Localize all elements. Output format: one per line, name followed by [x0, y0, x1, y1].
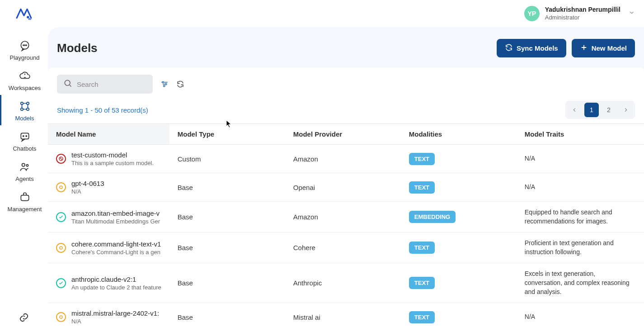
svg-point-18 [165, 83, 167, 85]
svg-point-8 [20, 108, 23, 110]
link-icon[interactable] [18, 312, 30, 323]
nodes-icon [19, 100, 31, 112]
chevron-down-icon [629, 9, 635, 18]
model-type: Base [169, 303, 285, 327]
model-traits: Excels in text generation, conversation,… [525, 270, 633, 296]
user-menu[interactable]: YP Yadukrishnan Perumpillil Administrato… [524, 6, 635, 21]
status-icon [56, 243, 66, 253]
sidebar-item-workspaces[interactable]: Workspaces [0, 65, 48, 95]
user-name: Yadukrishnan Perumpillil [545, 6, 620, 14]
status-icon [56, 182, 66, 192]
search-input[interactable] [77, 81, 146, 88]
modality-chip: TEXT [409, 153, 435, 165]
page-title: Models [57, 41, 98, 55]
model-type: Base [169, 202, 285, 232]
table-row[interactable]: mistral.mistral-large-2402-v1: N/A Base … [48, 303, 644, 327]
modality-chip: TEXT [409, 277, 435, 289]
svg-point-5 [26, 45, 27, 46]
avatar: YP [524, 6, 540, 21]
svg-point-21 [60, 186, 62, 189]
new-model-button[interactable]: New Model [572, 39, 635, 57]
chat-icon [19, 40, 31, 52]
sidebar-item-label: Management [8, 206, 42, 213]
filter-icon[interactable] [160, 80, 169, 89]
model-desc: An update to Claude 2 that feature [71, 284, 161, 291]
sidebar-item-models[interactable]: Models [0, 95, 48, 125]
svg-point-23 [60, 316, 62, 318]
model-provider: Amazon [285, 202, 401, 232]
search-icon [63, 79, 72, 90]
modality-chip: TEXT [409, 181, 435, 194]
col-modalities[interactable]: Modalities [401, 124, 517, 145]
model-name: mistral.mistral-large-2402-v1: [71, 309, 159, 317]
svg-rect-10 [21, 133, 28, 139]
modality-chip: EMBEDDING [409, 211, 456, 223]
svg-point-12 [26, 136, 27, 137]
modality-chip: TEXT [409, 311, 435, 323]
sync-models-button[interactable]: Sync Models [497, 39, 566, 57]
sidebar-item-label: Workspaces [9, 85, 41, 91]
sidebar-item-chatbots[interactable]: Chatbots [0, 125, 48, 156]
model-provider: Cohere [285, 232, 401, 263]
page-prev-button[interactable] [567, 103, 582, 117]
bag-icon [19, 191, 31, 203]
sidebar: ai Playground Workspaces Models Chatbots [0, 0, 48, 327]
models-table: Model Name Model Type Model Provider Mod… [48, 123, 644, 327]
page-1-button[interactable]: 1 [584, 103, 599, 117]
model-desc: Cohere's Command-Light is a gen [71, 249, 161, 256]
model-type: Custom [169, 145, 285, 173]
topbar: YP Yadukrishnan Perumpillil Administrato… [48, 0, 644, 27]
svg-point-22 [60, 246, 62, 249]
page-next-button[interactable] [619, 103, 633, 117]
model-name: test-custom-model [71, 151, 154, 159]
svg-point-16 [65, 80, 70, 85]
sidebar-item-playground[interactable]: Playground [0, 34, 48, 65]
model-type: Base [169, 232, 285, 263]
model-provider: Amazon [285, 145, 401, 173]
table-row[interactable]: amazon.titan-embed-image-v Titan Multimo… [48, 202, 644, 232]
svg-point-6 [20, 102, 23, 104]
sidebar-item-label: Chatbots [13, 145, 36, 152]
model-desc: Titan Multimodal Embeddings Ger [71, 218, 160, 225]
col-model-type[interactable]: Model Type [169, 124, 285, 145]
model-desc: N/A [71, 318, 159, 325]
search-box[interactable] [57, 75, 153, 94]
model-name: anthropic.claude-v2:1 [71, 275, 161, 283]
page-2-button[interactable]: 2 [602, 103, 616, 117]
svg-point-13 [22, 163, 25, 166]
sidebar-item-agents[interactable]: Agents [0, 156, 48, 186]
status-icon [56, 312, 66, 322]
svg-point-7 [26, 102, 28, 104]
table-row[interactable]: cohere.command-light-text-v1 Cohere's Co… [48, 232, 644, 263]
refresh-icon[interactable] [176, 80, 184, 88]
status-icon [56, 212, 66, 222]
pagination: 1 2 [565, 101, 635, 119]
users-icon [19, 161, 31, 173]
model-provider: Anthropic [285, 263, 401, 303]
sidebar-item-label: Playground [10, 54, 40, 61]
table-row[interactable]: gpt-4-0613 N/A Base Openai TEXT N/A [48, 173, 644, 202]
sidebar-item-management[interactable]: Management [0, 186, 48, 216]
table-row[interactable]: anthropic.claude-v2:1 An update to Claud… [48, 263, 644, 303]
model-name: cohere.command-light-text-v1 [71, 240, 161, 248]
table-row[interactable]: test-custom-model This is a sample custo… [48, 145, 644, 173]
model-desc: This is a sample custom model. [71, 160, 154, 166]
model-name: gpt-4-0613 [71, 180, 104, 187]
model-name: amazon.titan-embed-image-v [71, 209, 160, 217]
sidebar-item-label: Agents [15, 175, 33, 182]
result-count: Showing 1 - 50 of 53 record(s) [57, 106, 148, 114]
cloud-icon [19, 70, 31, 82]
col-model-name[interactable]: Model Name [48, 124, 169, 145]
model-traits: Proficient in text generation and instru… [525, 239, 633, 256]
model-traits: N/A [525, 313, 633, 322]
refresh-icon [505, 43, 513, 53]
model-type: Base [169, 173, 285, 202]
model-traits: N/A [525, 154, 633, 163]
model-provider: Mistral ai [285, 303, 401, 327]
plus-icon [580, 43, 588, 53]
col-model-traits[interactable]: Model Traits [517, 124, 644, 145]
app-logo[interactable]: ai [15, 6, 33, 21]
col-model-provider[interactable]: Model Provider [285, 124, 401, 145]
modality-chip: TEXT [409, 242, 435, 254]
status-icon [56, 278, 66, 288]
